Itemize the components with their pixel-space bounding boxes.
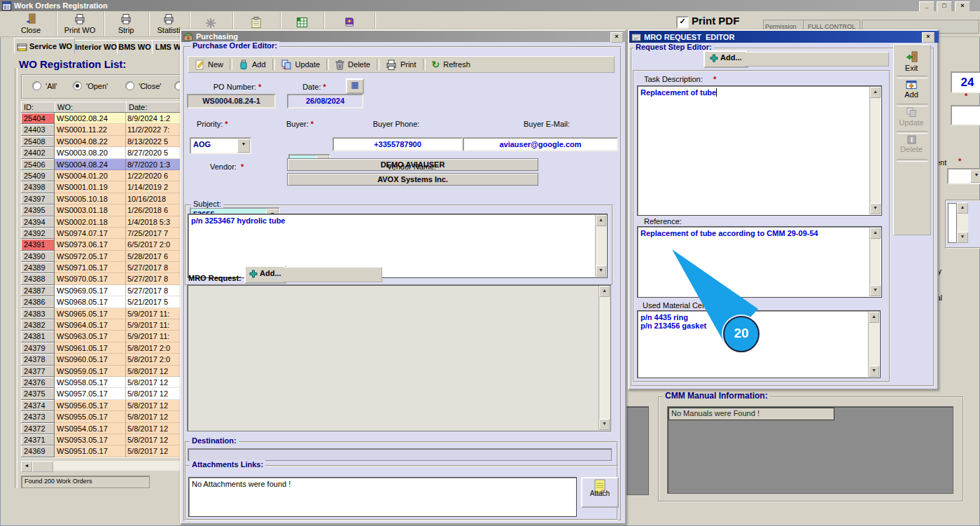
attachments-textarea[interactable]: No Attachments were found ! — [188, 477, 577, 517]
side-add-button[interactable]: Add — [895, 80, 927, 99]
print-button[interactable]: Print — [379, 57, 423, 71]
priority-combo[interactable]: AOG ▼ — [190, 137, 251, 154]
table-row[interactable]: 24379WS0961.05.175/8/2017 2:0 — [21, 342, 180, 354]
table-row[interactable]: 24387WS0969.05.175/27/2017 8 — [21, 285, 180, 296]
radio-open[interactable]: 'Open' — [73, 81, 108, 92]
new-button[interactable]: New — [188, 57, 230, 71]
table-row[interactable]: 24402WS0003.08.208/27/2020 5 — [21, 147, 180, 158]
tab-service-wo[interactable]: Service WO — [14, 38, 75, 54]
scroll-down-icon[interactable]: ▼ — [869, 366, 879, 377]
scroll-up-icon[interactable]: ▲ — [957, 202, 968, 214]
table-hscrollbar[interactable]: ◄ — [21, 461, 180, 471]
table-row[interactable]: 24389WS0971.05.175/27/2017 8 — [21, 262, 180, 273]
table-row[interactable]: 24369WS0951.05.175/8/2017 12 — [21, 445, 180, 457]
close-mro-button[interactable]: × — [922, 32, 934, 43]
fragment-day-field[interactable]: 24 — [951, 71, 980, 93]
table-row[interactable]: 24397WS0005.10.1810/16/2018 — [21, 193, 180, 205]
update-button[interactable]: Update — [275, 57, 326, 71]
table-row[interactable]: 24383WS0965.05.175/9/2017 11: — [21, 308, 180, 319]
table-row[interactable]: 24382WS0964.05.175/9/2017 11: — [21, 319, 180, 331]
po-number-field[interactable]: WS0004.08.24-1 — [187, 94, 276, 109]
subject-vscrollbar[interactable]: ▲ ▼ — [595, 215, 606, 277]
scroll-down-icon[interactable]: ▼ — [870, 203, 881, 214]
used-material-textarea[interactable]: p/n 4435 ring p/n 213456 gasket ▲ ▼ — [637, 310, 881, 378]
attach-button[interactable]: Attach — [581, 477, 619, 508]
calendar-button[interactable]: ▦ — [346, 78, 364, 94]
col-header-id[interactable]: ID: — [21, 102, 57, 113]
step-add-button[interactable]: Add... — [704, 50, 748, 68]
destination-field[interactable] — [188, 448, 612, 461]
exit-button[interactable]: Exit — [895, 51, 927, 72]
table-row[interactable]: 24376WS0958.05.175/8/2017 12 — [21, 377, 180, 388]
table-row[interactable]: 24373WS0955.05.175/8/2017 12 — [21, 411, 180, 422]
table-row[interactable]: 24394WS0002.01.181/4/2018 5:3 — [21, 216, 180, 228]
purchasing-titlebar[interactable]: Purchasing × — [181, 31, 626, 42]
scroll-down-icon[interactable]: ▼ — [870, 285, 881, 296]
strip-button[interactable]: Strip — [104, 11, 149, 36]
mro-add-button[interactable]: Add... — [244, 265, 286, 284]
scroll-down-icon[interactable]: ▼ — [957, 232, 968, 243]
tab-interior-wo[interactable]: Interior WO — [74, 40, 118, 54]
table-row[interactable]: 24391WS0973.06.176/5/2017 2:0 — [21, 239, 180, 250]
radio-all[interactable]: 'All' — [32, 81, 57, 92]
scroll-up-icon[interactable]: ▲ — [869, 312, 879, 323]
close-toolbar-button[interactable]: Close — [6, 11, 57, 36]
table-row[interactable]: 24386WS0968.05.175/21/2017 5 — [21, 296, 180, 307]
col-header-wo[interactable]: WO: — [55, 102, 129, 113]
scroll-down-icon[interactable]: ▼ — [596, 265, 606, 277]
table-row[interactable]: 24375WS0957.05.175/8/2017 12 — [21, 388, 180, 399]
table-row[interactable]: 24388WS0970.05.175/27/2017 8 — [21, 273, 180, 284]
col-header-date[interactable]: Date: — [126, 102, 183, 113]
scroll-up-icon[interactable]: ▲ — [870, 87, 881, 98]
scroll-up-icon[interactable]: ▲ — [870, 228, 881, 239]
table-row[interactable]: 24371WS0953.05.175/8/2017 12 — [21, 434, 180, 445]
table-row[interactable]: 24372WS0954.05.175/8/2017 12 — [21, 423, 180, 434]
table-row[interactable]: 25406WS0004.08.248/7/2020 1:3 — [21, 159, 180, 170]
material-vscrollbar[interactable]: ▲ ▼ — [868, 312, 879, 377]
side-delete-button[interactable]: Delete — [895, 134, 927, 153]
table-row[interactable]: 24395WS0003.01.181/26/2018 6 — [21, 205, 180, 216]
tab-bms-wo[interactable]: BMS WO — [117, 40, 153, 54]
scroll-up-icon[interactable]: ▲ — [599, 286, 610, 297]
mro-request-panel[interactable]: ▲ ▼ — [187, 284, 611, 431]
scroll-down-icon[interactable]: ▼ — [599, 419, 610, 430]
table-row[interactable]: 24403WS0001.11.2211/2/2022 7: — [21, 124, 180, 135]
buyer-email-field[interactable]: aviauser@google.com — [463, 137, 618, 151]
task-description-textarea[interactable]: Replacement of tube ▲ ▼ — [637, 85, 882, 216]
delete-button[interactable]: Delete — [329, 57, 377, 71]
combo-arrow-icon[interactable]: ▼ — [237, 139, 250, 153]
print-wo-button[interactable]: Print WO — [56, 11, 104, 36]
table-row[interactable]: 25409WS0004.01.201/22/2020 6 — [21, 170, 180, 181]
fragment-combo[interactable]: ▼ — [947, 168, 980, 184]
table-row[interactable]: 25408WS0004.08.228/13/2022 5 — [21, 136, 180, 147]
combo-arrow-icon[interactable]: ▼ — [970, 169, 980, 183]
table-row[interactable]: 24378WS0960.05.175/8/2017 2:0 — [21, 354, 180, 365]
buyer-phone-field[interactable]: +3355787900 — [332, 137, 463, 151]
table-row[interactable]: 24381WS0963.05.175/9/2017 11: — [21, 331, 180, 342]
main-titlebar[interactable]: Work Orders Registration _ □ × — [0, 0, 980, 11]
restore-button[interactable]: □ — [937, 1, 952, 12]
scroll-left-icon[interactable]: ◄ — [21, 461, 32, 472]
fragment-vscrollbar[interactable]: ▲ ▼ — [957, 202, 968, 243]
mro-panel-vscrollbar[interactable]: ▲ ▼ — [598, 286, 610, 430]
fragment-empty-field[interactable] — [951, 105, 980, 125]
table-row[interactable]: 24390WS0972.05.175/28/2017 6 — [21, 251, 180, 262]
table-row[interactable]: 24377WS0959.05.175/8/2017 12 — [21, 366, 180, 377]
table-row[interactable]: 24374WS0956.05.175/8/2017 12 — [21, 400, 180, 411]
reference-vscrollbar[interactable]: ▲ ▼ — [869, 228, 881, 296]
close-window-button[interactable]: × — [955, 1, 970, 12]
close-purchasing-button[interactable]: × — [610, 32, 623, 43]
task-vscrollbar[interactable]: ▲ ▼ — [869, 87, 881, 214]
table-row[interactable]: 24398WS0001.01.191/14/2019 2 — [21, 181, 180, 193]
refresh-button[interactable]: ↻ Refresh — [426, 57, 477, 71]
print-pdf-checkbox[interactable]: ✓ — [676, 16, 689, 29]
date-field[interactable]: 26/08/2024 — [287, 94, 363, 109]
add-button[interactable]: Add — [232, 57, 272, 71]
mro-titlebar[interactable]: MRO REQUEST EDITOR × — [629, 31, 939, 43]
minimize-button[interactable]: _ — [919, 1, 934, 12]
reference-textarea[interactable]: Replacement of tube according to CMM 29-… — [637, 226, 882, 298]
scroll-up-icon[interactable]: ▲ — [596, 215, 606, 226]
radio-close[interactable]: 'Close' — [125, 81, 161, 92]
table-row[interactable]: 25404WS0002.08.248/9/2024 1:2 — [21, 113, 180, 124]
scrollbar-thumb[interactable] — [32, 461, 53, 472]
